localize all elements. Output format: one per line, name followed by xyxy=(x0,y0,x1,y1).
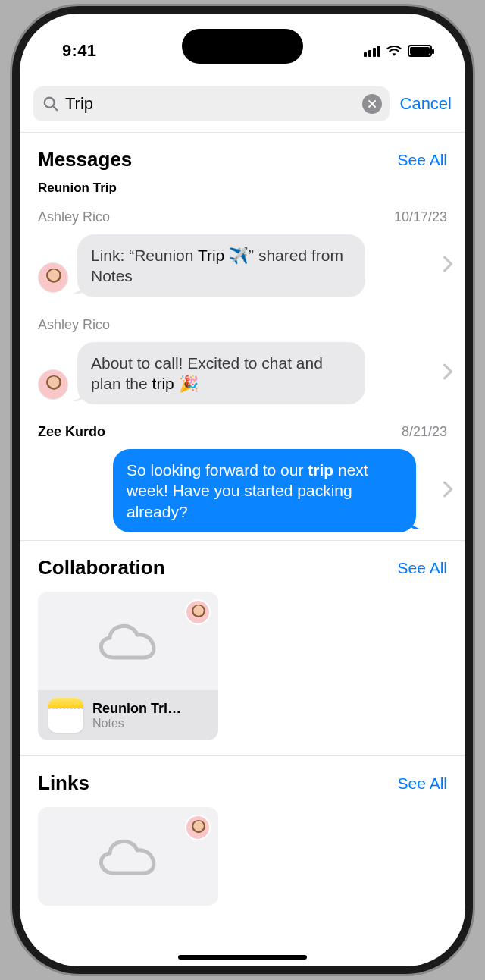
card-footer: Reunion Tri… Notes xyxy=(38,690,218,740)
links-see-all[interactable]: See All xyxy=(398,774,447,793)
collaboration-card[interactable]: Reunion Tri… Notes xyxy=(38,592,218,740)
links-section: Links See All xyxy=(20,756,465,921)
card-subtitle: Notes xyxy=(92,717,181,730)
cloud-icon xyxy=(92,617,164,665)
message-sender: Zee Kurdo xyxy=(38,424,105,440)
card-preview xyxy=(38,807,218,906)
message-header: Zee Kurdo 8/21/23 xyxy=(20,412,465,444)
card-title: Reunion Tri… xyxy=(92,701,181,717)
collaboration-section-title: Collaboration xyxy=(38,556,165,580)
notes-app-icon xyxy=(48,698,83,733)
close-icon xyxy=(368,99,377,108)
collaboration-section: Collaboration See All xyxy=(20,541,465,756)
messages-section: Messages See All Reunion Trip Ashley Ric… xyxy=(20,133,465,541)
message-bubble-incoming: About to call! Excited to chat and plan … xyxy=(77,342,365,405)
cellular-signal-icon xyxy=(364,45,380,57)
clear-search-button[interactable] xyxy=(362,94,382,114)
cancel-button[interactable]: Cancel xyxy=(400,94,452,114)
message-date: 10/17/23 xyxy=(394,209,447,225)
message-text-highlight: trip xyxy=(152,375,174,392)
link-card[interactable] xyxy=(38,807,218,906)
message-text: About to call! Excited to chat and plan … xyxy=(91,354,323,392)
svg-line-1 xyxy=(53,106,57,110)
chevron-right-icon xyxy=(443,256,456,275)
search-input[interactable]: Trip xyxy=(33,86,390,121)
home-indicator[interactable] xyxy=(178,955,307,960)
collaborator-avatar xyxy=(185,815,211,840)
content-area: Trip Cancel Messages See All Reunion xyxy=(20,80,465,966)
message-header: Ashley Rico 10/17/23 xyxy=(20,197,465,230)
links-section-title: Links xyxy=(38,771,89,795)
message-text-highlight: trip xyxy=(308,461,333,479)
wifi-icon xyxy=(386,45,402,57)
dynamic-island xyxy=(182,29,303,64)
messages-section-title: Messages xyxy=(38,148,132,171)
collaborator-avatar xyxy=(185,599,211,625)
iphone-frame: 9:41 xyxy=(12,6,473,974)
screen: 9:41 xyxy=(20,14,465,966)
message-bubble-outgoing: So looking forward to our trip next week… xyxy=(113,449,416,532)
card-preview xyxy=(38,592,218,690)
message-result[interactable]: Link: “Reunion Trip ✈️” shared from Note… xyxy=(20,230,465,305)
message-result[interactable]: About to call! Excited to chat and plan … xyxy=(20,338,465,413)
message-bubble-incoming: Link: “Reunion Trip ✈️” shared from Note… xyxy=(77,234,365,297)
message-text: 🎉 xyxy=(174,375,199,392)
message-text: Link: “Reunion xyxy=(91,247,198,264)
message-sender: Ashley Rico xyxy=(38,317,110,333)
status-time: 9:41 xyxy=(62,41,96,61)
messages-see-all[interactable]: See All xyxy=(398,151,447,169)
battery-icon xyxy=(408,45,432,57)
search-bar-row: Trip Cancel xyxy=(20,80,465,133)
chevron-right-icon xyxy=(443,363,456,383)
message-header: Ashley Rico xyxy=(20,305,465,338)
message-text-highlight: Trip xyxy=(198,247,224,264)
search-query-text: Trip xyxy=(65,94,356,114)
conversation-name: Reunion Trip xyxy=(20,176,465,197)
message-date: 8/21/23 xyxy=(402,424,447,440)
avatar xyxy=(38,369,68,400)
collaboration-see-all[interactable]: See All xyxy=(398,559,447,577)
cloud-icon xyxy=(92,832,164,881)
status-icons xyxy=(364,45,432,57)
message-sender: Ashley Rico xyxy=(38,209,110,225)
message-text: So looking forward to our xyxy=(127,461,308,479)
message-result[interactable]: So looking forward to our trip next week… xyxy=(20,444,465,540)
search-icon xyxy=(42,96,59,112)
avatar xyxy=(38,262,68,293)
chevron-right-icon xyxy=(443,481,456,501)
